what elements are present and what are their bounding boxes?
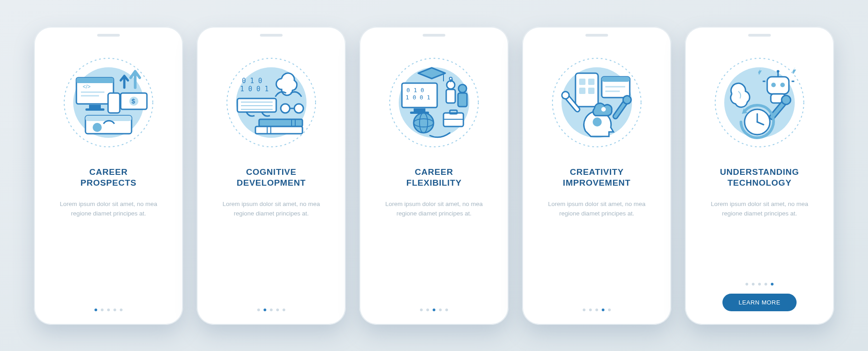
onboarding-screen-2: 0 1 0 1 0 0 1 COGNITIVEDEVELOPMENT Lorem — [197, 27, 346, 325]
svg-point-71 — [777, 70, 779, 73]
screen-title: COGNITIVEDEVELOPMENT — [237, 167, 306, 189]
dot-4[interactable] — [439, 309, 442, 311]
svg-text:1 0 0 1: 1 0 0 1 — [406, 94, 430, 101]
screen-description: Lorem ipsum dolor sit amet, no mea regio… — [52, 200, 165, 219]
phone-notch — [260, 34, 283, 37]
dot-1[interactable] — [94, 309, 97, 311]
svg-point-24 — [281, 104, 290, 113]
screen-description: Lorem ipsum dolor sit amet, no mea regio… — [540, 200, 653, 219]
onboarding-screen-1: </> $ CAREERPROSPECTS Lorem ipsum dolor … — [34, 27, 183, 325]
svg-rect-33 — [414, 108, 425, 112]
onboarding-screen-5: UNDERSTANDINGTECHNOLOGY Lorem ipsum dolo… — [685, 27, 834, 325]
phone-notch — [423, 34, 445, 37]
svg-text:0 1 0: 0 1 0 — [242, 77, 262, 85]
svg-point-40 — [458, 84, 467, 93]
svg-rect-51 — [579, 79, 585, 85]
dot-5[interactable] — [283, 309, 285, 311]
screen-title: UNDERSTANDINGTECHNOLOGY — [720, 167, 799, 189]
dot-5[interactable] — [771, 283, 774, 285]
dot-2[interactable] — [752, 283, 755, 285]
svg-rect-27 — [259, 119, 302, 126]
onboarding-screen-3: 0 1 0 1 0 0 1 CAREER — [359, 27, 509, 325]
svg-point-68 — [771, 83, 776, 87]
dot-1[interactable] — [745, 283, 748, 285]
understanding-technology-icon — [710, 53, 809, 152]
svg-point-64 — [601, 107, 606, 112]
learn-more-button[interactable]: LEARN MORE — [722, 294, 797, 311]
onboarding-screen-4: CREATIVITYIMPROVEMENT Lorem ipsum dolor … — [522, 27, 671, 325]
svg-rect-9 — [108, 93, 120, 113]
page-indicator — [745, 283, 774, 285]
svg-point-63 — [593, 117, 602, 126]
svg-rect-53 — [579, 88, 585, 94]
dot-5[interactable] — [445, 309, 448, 311]
screen-description: Lorem ipsum dolor sit amet, no mea regio… — [215, 200, 328, 219]
dot-4[interactable] — [602, 309, 604, 311]
svg-rect-56 — [602, 77, 630, 82]
svg-text:1 0 0 1: 1 0 0 1 — [240, 85, 269, 93]
svg-text:</>: </> — [83, 84, 90, 90]
dot-4[interactable] — [276, 309, 279, 311]
svg-point-69 — [780, 83, 785, 87]
svg-rect-5 — [85, 108, 104, 111]
dot-2[interactable] — [101, 309, 104, 311]
dot-2[interactable] — [426, 309, 429, 311]
screen-title: CAREERPROSPECTS — [80, 167, 137, 189]
page-indicator — [420, 309, 448, 311]
svg-point-15 — [93, 123, 102, 132]
svg-rect-54 — [588, 88, 594, 94]
dot-5[interactable] — [120, 309, 123, 311]
dot-2[interactable] — [264, 309, 266, 311]
svg-text:$: $ — [132, 98, 135, 105]
dot-1[interactable] — [583, 309, 585, 311]
cognitive-development-icon: 0 1 0 1 0 0 1 — [222, 53, 321, 152]
svg-point-39 — [449, 77, 452, 80]
svg-rect-28 — [255, 126, 302, 134]
dot-1[interactable] — [257, 309, 260, 311]
dot-3[interactable] — [595, 309, 598, 311]
svg-rect-38 — [446, 89, 455, 103]
screen-title: CREATIVITYIMPROVEMENT — [563, 167, 631, 189]
svg-point-25 — [294, 104, 303, 113]
svg-rect-3 — [76, 78, 113, 83]
screen-title: CAREERFLEXIBILITY — [406, 167, 462, 189]
page-indicator — [583, 309, 611, 311]
phone-notch — [748, 34, 771, 37]
phone-notch — [585, 34, 608, 37]
dot-3[interactable] — [758, 283, 761, 285]
dot-4[interactable] — [113, 309, 116, 311]
page-indicator — [94, 309, 123, 311]
svg-rect-41 — [458, 93, 467, 107]
phone-notch — [97, 34, 120, 37]
svg-rect-4 — [89, 105, 101, 108]
dot-1[interactable] — [420, 309, 423, 311]
svg-text:0 1 0: 0 1 0 — [406, 87, 424, 94]
career-flexibility-icon: 0 1 0 1 0 0 1 — [384, 53, 484, 152]
svg-point-42 — [414, 113, 434, 133]
page-indicator — [257, 309, 285, 311]
creativity-improvement-icon — [547, 53, 646, 152]
svg-rect-50 — [576, 73, 598, 107]
dot-3[interactable] — [433, 309, 435, 311]
dot-3[interactable] — [107, 309, 110, 311]
screen-description: Lorem ipsum dolor sit amet, no mea regio… — [703, 200, 816, 219]
dot-4[interactable] — [764, 283, 767, 285]
dot-5[interactable] — [608, 309, 611, 311]
dot-2[interactable] — [589, 309, 592, 311]
dot-3[interactable] — [270, 309, 273, 311]
svg-rect-67 — [767, 77, 789, 94]
svg-rect-52 — [588, 79, 594, 85]
screen-description: Lorem ipsum dolor sit amet, no mea regio… — [377, 200, 491, 219]
career-prospects-icon: </> $ — [59, 53, 158, 152]
